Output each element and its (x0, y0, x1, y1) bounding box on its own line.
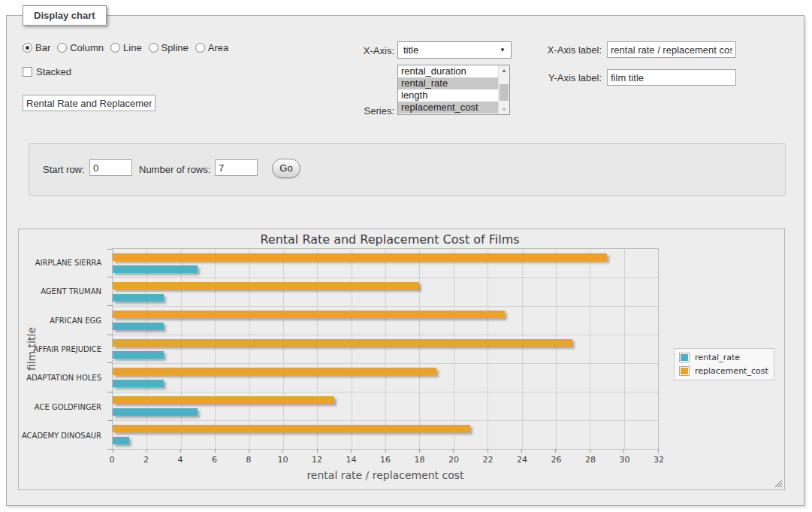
gridline-vertical (352, 249, 352, 449)
x-tick-mark (282, 449, 283, 453)
stacked-label: Stacked (36, 66, 71, 77)
radio-circle[interactable] (57, 43, 67, 53)
gridline-vertical (385, 249, 386, 449)
series-options: rental_durationrental_ratelengthreplacem… (398, 65, 498, 114)
category-label: AIRPLANE SIERRA (35, 259, 101, 267)
gridline-vertical (215, 249, 216, 449)
y-tick-mark (107, 362, 113, 363)
gridline-horizontal (113, 420, 658, 421)
y-tick-mark (107, 449, 113, 450)
gridline-vertical (488, 249, 488, 449)
radio-circle[interactable] (23, 43, 32, 53)
chart-container: Rental Rate and Replacement Cost of Film… (18, 229, 785, 490)
x-tick-label: 4 (178, 455, 183, 465)
x-tick-label: 20 (448, 455, 459, 465)
category-label: AGENT TRUMAN (41, 287, 101, 295)
series-option-length[interactable]: length (398, 89, 498, 101)
scroll-down-icon[interactable]: ▼ (499, 105, 509, 114)
series-option-rental_rate[interactable]: rental_rate (398, 77, 498, 89)
radio-option-line[interactable]: Line (110, 42, 142, 53)
x-tick-label: 28 (585, 455, 596, 465)
legend-swatch (679, 366, 690, 376)
bar-rental_rate (113, 380, 164, 387)
radio-option-area[interactable]: Area (195, 42, 228, 53)
series-option-rental_duration[interactable]: rental_duration (398, 65, 498, 77)
x-tick-mark (113, 449, 113, 453)
x-tick-mark (419, 449, 420, 453)
chart-type-radios: BarColumnLineSplineArea (23, 42, 228, 53)
x-tick-label: 16 (380, 455, 391, 465)
bar-rental_rate (113, 408, 198, 416)
gridline-vertical (283, 249, 284, 449)
scrollbar-thumb[interactable] (500, 84, 509, 101)
chart-title-input[interactable] (23, 95, 155, 111)
bar-rental_rate (113, 323, 164, 330)
x-tick-mark (215, 449, 216, 453)
chart-legend: rental_ratereplacement_cost (674, 348, 774, 380)
legend-item-rental_rate: rental_rate (679, 353, 768, 362)
gridline-horizontal (113, 392, 658, 392)
x-tick-label: 32 (654, 455, 664, 465)
radio-circle[interactable] (195, 43, 205, 53)
x-tick-label: 6 (212, 455, 217, 465)
scroll-up-icon[interactable]: ▲ (499, 65, 509, 75)
x-axis-label-input[interactable] (607, 41, 736, 58)
radio-option-spline[interactable]: Spline (149, 42, 189, 53)
y-tick-mark (107, 420, 113, 421)
radio-circle[interactable] (149, 43, 158, 53)
start-row-label: Start row: (43, 164, 85, 175)
x-tick-label: 8 (246, 455, 252, 465)
gridline-vertical (317, 249, 318, 449)
bar-rental_rate (113, 437, 129, 444)
gridline-vertical (146, 249, 147, 449)
x-tick-label: 26 (551, 455, 562, 465)
series-select-label: Series: (331, 105, 394, 117)
radio-label: Spline (161, 42, 189, 53)
y-tick-mark (107, 392, 113, 392)
x-tick-label: 14 (346, 455, 357, 465)
go-button[interactable]: Go (272, 159, 300, 178)
start-row-input[interactable] (89, 159, 132, 176)
x-axis-title: rental rate / replacement cost (112, 469, 659, 481)
y-tick-mark (107, 305, 113, 306)
chart-title: Rental Rate and Replacement Cost of Film… (19, 232, 761, 247)
gridline-vertical (624, 249, 625, 449)
legend-label: rental_rate (695, 353, 740, 362)
radio-option-column[interactable]: Column (57, 42, 104, 53)
series-scrollbar[interactable]: ▲ ▼ (498, 65, 509, 114)
num-rows-label: Number of rows: (139, 164, 210, 175)
x-tick-mark (521, 449, 522, 453)
y-axis-label-input[interactable] (607, 69, 736, 86)
x-tick-label: 24 (517, 455, 527, 465)
num-rows-input[interactable] (215, 159, 258, 176)
gridline-vertical (181, 249, 182, 449)
gridline-vertical (556, 249, 557, 449)
x-tick-mark (590, 449, 590, 453)
radio-circle[interactable] (110, 43, 120, 53)
stacked-row: Stacked (23, 66, 71, 77)
gridline-horizontal (113, 335, 658, 335)
bar-rental_rate (113, 294, 164, 301)
stacked-checkbox[interactable] (23, 67, 32, 77)
bar-replacement_cost (113, 282, 419, 289)
gridline-horizontal (113, 363, 658, 364)
bar-replacement_cost (113, 425, 470, 432)
gridline-vertical (249, 249, 250, 449)
radio-option-bar[interactable]: Bar (23, 42, 50, 53)
gridline-horizontal (113, 306, 658, 307)
x-tick-label: 12 (312, 455, 322, 465)
chevron-down-icon: ▼ (500, 47, 506, 53)
series-listbox[interactable]: rental_durationrental_ratelengthreplacem… (397, 65, 510, 115)
resize-handle-icon[interactable] (774, 479, 782, 487)
series-option-replacement_cost[interactable]: replacement_cost (398, 101, 498, 114)
legend-swatch (679, 353, 690, 362)
bar-replacement_cost (113, 253, 607, 261)
y-axis-label-field-label: Y-Axis label: (535, 72, 602, 83)
radio-label: Line (123, 42, 142, 53)
x-tick-label: 10 (278, 455, 288, 465)
x-tick-mark (555, 449, 556, 453)
x-axis-select[interactable]: title ▼ (397, 41, 512, 59)
y-axis-title: film title (26, 327, 38, 371)
bar-replacement_cost (113, 368, 436, 375)
category-label: AFFAIR PREJUDICE (33, 345, 101, 353)
